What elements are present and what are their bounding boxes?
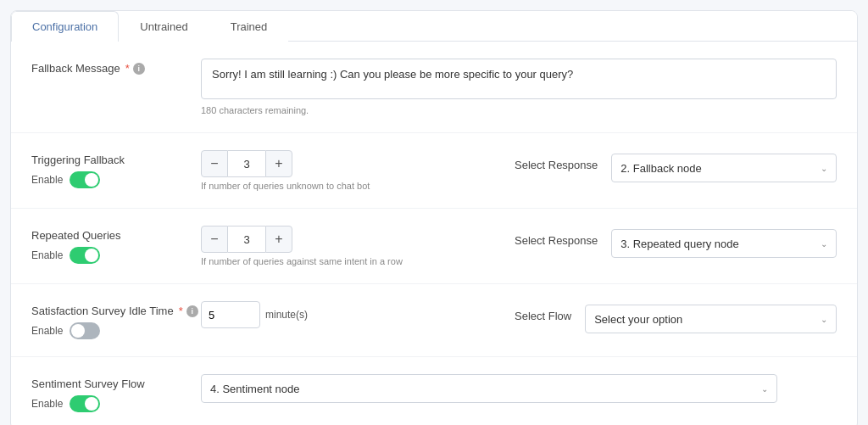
triggering-minus-btn[interactable]: − <box>201 150 228 177</box>
triggering-response-label: Select Response <box>515 154 598 171</box>
triggering-plus-btn[interactable]: + <box>265 150 292 177</box>
satisfaction-chevron-icon: ⌄ <box>821 315 827 324</box>
repeated-plus-btn[interactable]: + <box>265 226 292 253</box>
repeated-chevron-icon: ⌄ <box>821 239 827 249</box>
repeated-minus-btn[interactable]: − <box>201 226 228 253</box>
tab-untrained[interactable]: Untrained <box>119 11 209 42</box>
tab-configuration[interactable]: Configuration <box>11 11 119 42</box>
triggering-toggle[interactable] <box>70 171 100 188</box>
sentiment-chevron-icon: ⌄ <box>761 384 768 394</box>
repeated-right: Select Response 3. Repeated query node ⌄ <box>515 226 837 258</box>
repeated-queries-section: Repeated Queries Enable − + If number of… <box>11 209 857 284</box>
triggering-enable-row: Enable <box>31 171 201 188</box>
repeated-dropdown[interactable]: 3. Repeated query node ⌄ <box>611 229 837 258</box>
sentiment-dropdown-value: 4. Sentiment node <box>210 383 300 395</box>
repeated-response-label: Select Response <box>515 229 598 247</box>
fallback-mid: Sorry! I am still learning :) Can you pl… <box>201 59 837 115</box>
satisfaction-right: Select Flow Select your option ⌄ <box>515 301 837 333</box>
triggering-dropdown[interactable]: 2. Fallback node ⌄ <box>611 154 837 182</box>
triggering-stepper-input[interactable] <box>228 150 265 177</box>
sentiment-mid: 4. Sentiment node ⌄ <box>201 374 837 403</box>
triggering-label: Triggering Fallback <box>31 154 201 166</box>
satisfaction-label: Satisfaction Survey Idle Time * i <box>31 305 201 317</box>
repeated-label: Repeated Queries <box>31 229 201 242</box>
fallback-textarea[interactable]: Sorry! I am still learning :) Can you pl… <box>201 59 837 99</box>
sentiment-label: Sentiment Survey Flow <box>31 377 201 390</box>
triggering-label-col: Triggering Fallback Enable <box>31 150 201 188</box>
repeated-stepper: − + <box>201 226 515 253</box>
satisfaction-toggle[interactable] <box>70 322 100 339</box>
main-container: Configuration Untrained Trained Fallback… <box>10 10 858 425</box>
tab-trained[interactable]: Trained <box>209 11 289 42</box>
triggering-hint: If number of queries unknown to chat bot <box>201 181 515 191</box>
sentiment-enable-row: Enable <box>31 395 201 412</box>
sentiment-section: Sentiment Survey Flow Enable 4. Sentimen… <box>11 357 857 425</box>
satisfaction-minute-unit: minute(s) <box>265 309 308 321</box>
fallback-required: * <box>125 62 130 75</box>
satisfaction-info-icon[interactable]: i <box>186 305 198 317</box>
fallback-char-count: 180 characters remaining. <box>201 105 837 115</box>
triggering-mid: − + If number of queries unknown to chat… <box>201 150 515 191</box>
fallback-section: Fallback Message * i Sorry! I am still l… <box>11 42 857 133</box>
tab-bar: Configuration Untrained Trained <box>11 11 857 42</box>
satisfaction-dropdown-value: Select your option <box>594 313 682 326</box>
fallback-info-icon[interactable]: i <box>133 63 145 75</box>
satisfaction-label-col: Satisfaction Survey Idle Time * i Enable <box>31 301 201 339</box>
triggering-right: Select Response 2. Fallback node ⌄ <box>515 150 837 182</box>
repeated-label-col: Repeated Queries Enable <box>31 226 201 264</box>
tab-content: Fallback Message * i Sorry! I am still l… <box>11 42 857 425</box>
satisfaction-flow-label: Select Flow <box>515 305 571 322</box>
sentiment-dropdown[interactable]: 4. Sentiment node ⌄ <box>201 374 777 403</box>
satisfaction-dropdown[interactable]: Select your option ⌄ <box>585 305 837 333</box>
triggering-stepper: − + <box>201 150 515 177</box>
satisfaction-required: * <box>179 305 183 317</box>
fallback-label-col: Fallback Message * i <box>31 59 201 75</box>
satisfaction-enable-row: Enable <box>31 322 201 339</box>
satisfaction-input-row: minute(s) <box>201 301 515 328</box>
fallback-label: Fallback Message * i <box>31 62 201 75</box>
satisfaction-section: Satisfaction Survey Idle Time * i Enable… <box>11 284 857 357</box>
triggering-fallback-section: Triggering Fallback Enable − + If number… <box>11 133 857 209</box>
triggering-dropdown-value: 2. Fallback node <box>620 162 701 175</box>
repeated-dropdown-value: 3. Repeated query node <box>620 238 739 250</box>
sentiment-label-col: Sentiment Survey Flow Enable <box>31 374 201 412</box>
repeated-enable-row: Enable <box>31 247 201 264</box>
repeated-stepper-input[interactable] <box>228 226 265 253</box>
sentiment-toggle[interactable] <box>70 395 100 412</box>
satisfaction-mid: minute(s) <box>201 301 515 328</box>
triggering-chevron-icon: ⌄ <box>821 164 827 173</box>
satisfaction-minute-input[interactable] <box>201 301 260 328</box>
repeated-toggle[interactable] <box>70 247 100 264</box>
repeated-hint: If number of queries against same intent… <box>201 256 515 266</box>
repeated-mid: − + If number of queries against same in… <box>201 226 515 266</box>
